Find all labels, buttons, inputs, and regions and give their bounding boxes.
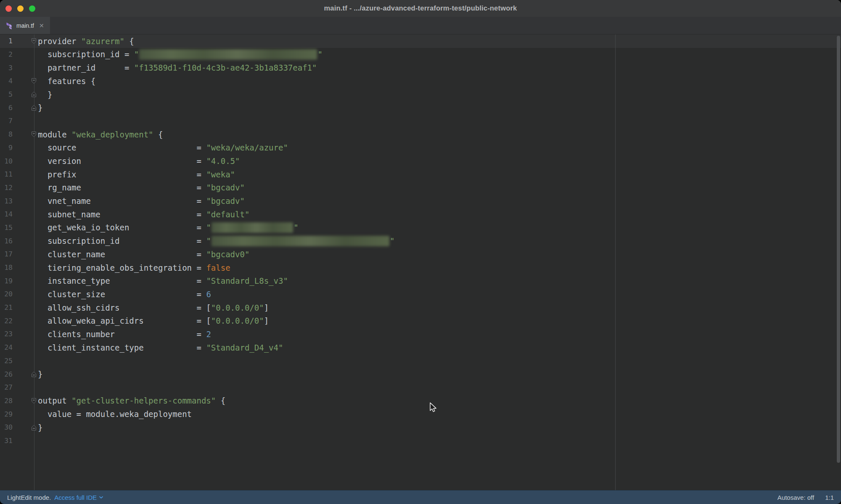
- line-number: 22: [0, 317, 30, 325]
- line-number: 29: [0, 410, 30, 418]
- code-line[interactable]: 20 cluster_size = 6: [0, 288, 841, 301]
- line-number: 5: [0, 90, 30, 98]
- code-text: vnet_name = "bgcadv": [38, 196, 245, 206]
- line-number: 31: [0, 437, 30, 445]
- tab-main-tf[interactable]: main.tf ✕: [0, 17, 50, 34]
- code-text: cluster_size = 6: [38, 290, 211, 299]
- redacted-value: [212, 236, 389, 246]
- code-text: source = "weka/weka/azure": [38, 143, 288, 152]
- code-line[interactable]: 10 version = "4.0.5": [0, 154, 841, 168]
- code-text: output "get-cluster-helpers-commands" {: [38, 396, 225, 405]
- autosave-status[interactable]: Autosave: off: [778, 494, 814, 501]
- fold-marker-open-icon[interactable]: [31, 78, 37, 84]
- code-line[interactable]: 17 cluster_name = "bgcadv0": [0, 248, 841, 261]
- code-text: subscription_id = "": [38, 236, 395, 246]
- code-line[interactable]: 11 prefix = "weka": [0, 168, 841, 181]
- tab-close-icon[interactable]: ✕: [39, 22, 44, 29]
- code-line[interactable]: 31: [0, 434, 841, 448]
- code-line[interactable]: 30}: [0, 421, 841, 434]
- line-number: 28: [0, 397, 30, 405]
- code-line[interactable]: 12 rg_name = "bgcadv": [0, 181, 841, 195]
- code-line[interactable]: 24 client_instance_type = "Standard_D4_v…: [0, 341, 841, 354]
- code-line[interactable]: 8module "weka_deployment" {: [0, 128, 841, 141]
- code-text: module "weka_deployment" {: [38, 130, 163, 139]
- code-line[interactable]: 7: [0, 114, 841, 128]
- code-line[interactable]: 13 vnet_name = "bgcadv": [0, 194, 841, 208]
- line-number: 7: [0, 117, 30, 125]
- statusbar: LightEdit mode. Access full IDE Autosave…: [0, 490, 841, 504]
- fold-marker-close-icon[interactable]: [31, 105, 37, 111]
- code-text: features {: [38, 77, 95, 86]
- code-text: allow_ssh_cidrs = ["0.0.0.0/0"]: [38, 303, 269, 312]
- code-text: allow_weka_api_cidrs = ["0.0.0.0/0"]: [38, 316, 269, 325]
- fold-marker-close-icon[interactable]: [31, 91, 37, 98]
- editor-rows: 1provider "azurerm" {2 subscription_id =…: [0, 34, 841, 447]
- code-line[interactable]: 18 tiering_enable_obs_integration = fals…: [0, 261, 841, 274]
- code-text: }: [38, 423, 42, 432]
- fold-marker-open-icon[interactable]: [31, 398, 37, 404]
- code-text: instance_type = "Standard_L8s_v3": [38, 276, 288, 285]
- code-text: }: [38, 369, 42, 379]
- code-line[interactable]: 29 value = module.weka_deployment: [0, 407, 841, 421]
- scrollbar-thumb[interactable]: [837, 36, 840, 463]
- code-text: partner_id = "f13589d1-f10d-4c3b-ae42-3b…: [38, 63, 317, 72]
- code-line[interactable]: 14 subnet_name = "default": [0, 208, 841, 221]
- caret-position[interactable]: 1:1: [825, 494, 834, 501]
- code-text: subscription_id = "": [38, 49, 323, 60]
- redacted-value: [139, 49, 317, 60]
- fold-marker-open-icon[interactable]: [31, 38, 37, 44]
- line-number: 21: [0, 303, 30, 311]
- access-full-ide-link[interactable]: Access full IDE: [54, 494, 103, 501]
- fold-marker-close-icon[interactable]: [31, 425, 37, 431]
- line-number: 14: [0, 210, 30, 218]
- code-line[interactable]: 1provider "azurerm" {: [0, 34, 841, 48]
- code-line[interactable]: 15 get_weka_io_token = "": [0, 221, 841, 235]
- terraform-icon: [5, 22, 13, 29]
- line-number: 8: [0, 130, 30, 138]
- code-line[interactable]: 26}: [0, 367, 841, 381]
- line-number: 10: [0, 157, 30, 165]
- line-number: 12: [0, 184, 30, 192]
- app-window: main.tf - .../azure-advanced-terraform-t…: [0, 0, 841, 504]
- code-line[interactable]: 23 clients_number = 2: [0, 327, 841, 341]
- fold-marker-open-icon[interactable]: [31, 131, 37, 137]
- window-title: main.tf - .../azure-advanced-terraform-t…: [0, 0, 841, 17]
- line-number: 11: [0, 170, 30, 178]
- line-number: 27: [0, 383, 30, 391]
- code-line[interactable]: 16 subscription_id = "": [0, 234, 841, 248]
- line-number: 17: [0, 250, 30, 258]
- code-text: client_instance_type = "Standard_D4_v4": [38, 343, 283, 352]
- redacted-value: [212, 222, 293, 233]
- line-number: 1: [0, 37, 30, 45]
- line-number: 19: [0, 277, 30, 285]
- code-line[interactable]: 19 instance_type = "Standard_L8s_v3": [0, 274, 841, 288]
- code-line[interactable]: 3 partner_id = "f13589d1-f10d-4c3b-ae42-…: [0, 61, 841, 74]
- code-text: clients_number = 2: [38, 330, 211, 339]
- fold-marker-close-icon[interactable]: [31, 371, 37, 377]
- code-line[interactable]: 22 allow_weka_api_cidrs = ["0.0.0.0/0"]: [0, 314, 841, 327]
- code-text: version = "4.0.5": [38, 156, 240, 166]
- code-text: cluster_name = "bgcadv0": [38, 250, 249, 259]
- line-number: 13: [0, 197, 30, 205]
- code-line[interactable]: 25: [0, 354, 841, 368]
- code-text: }: [38, 103, 42, 112]
- code-line[interactable]: 2 subscription_id = "": [0, 48, 841, 61]
- lightedit-mode-label: LightEdit mode.: [7, 494, 51, 501]
- line-number: 20: [0, 290, 30, 298]
- code-line[interactable]: 27: [0, 381, 841, 394]
- code-text: }: [38, 90, 52, 99]
- gutter-border: [34, 34, 34, 490]
- code-line[interactable]: 4 features {: [0, 74, 841, 88]
- code-text: subnet_name = "default": [38, 210, 249, 219]
- line-number: 18: [0, 264, 30, 272]
- editor[interactable]: 1provider "azurerm" {2 subscription_id =…: [0, 34, 841, 490]
- line-number: 2: [0, 50, 30, 58]
- code-line[interactable]: 5 }: [0, 88, 841, 101]
- code-line[interactable]: 9 source = "weka/weka/azure": [0, 141, 841, 155]
- line-number: 15: [0, 224, 30, 232]
- code-line[interactable]: 28output "get-cluster-helpers-commands" …: [0, 394, 841, 408]
- code-line[interactable]: 6}: [0, 101, 841, 114]
- code-text: provider "azurerm" {: [38, 37, 134, 46]
- code-line[interactable]: 21 allow_ssh_cidrs = ["0.0.0.0/0"]: [0, 301, 841, 314]
- line-number: 9: [0, 144, 30, 152]
